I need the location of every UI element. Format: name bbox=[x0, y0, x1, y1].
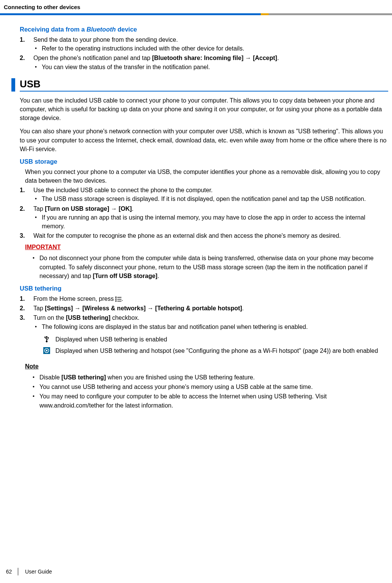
text-fragment: . bbox=[242, 305, 244, 311]
text-fragment: Disable bbox=[39, 374, 61, 381]
svg-point-9 bbox=[46, 340, 48, 342]
bold-label: [Tethering & portable hotspot] bbox=[155, 305, 242, 311]
icon-row-hotspot: Displayed when USB tethering and hotspot… bbox=[43, 346, 388, 356]
usb-storage-heading: USB storage bbox=[20, 158, 388, 165]
note-label: Note bbox=[25, 363, 388, 370]
svg-rect-2 bbox=[115, 299, 116, 300]
svg-rect-4 bbox=[115, 300, 116, 302]
usb-tethering-heading: USB tethering bbox=[20, 285, 388, 292]
page-number: 62 bbox=[0, 568, 18, 575]
svg-rect-5 bbox=[117, 301, 121, 302]
note-bullet: You cannot use USB tethering and access … bbox=[39, 382, 388, 391]
heading-text-post: device bbox=[116, 26, 137, 33]
rule-segment-grey bbox=[269, 13, 392, 15]
sub-bullet: The USB mass storage screen is displayed… bbox=[42, 194, 388, 203]
note-list: Disable [USB tethering] when you are fin… bbox=[20, 373, 388, 410]
heading-text-italic: Bluetooth bbox=[87, 26, 116, 33]
usb-tethering-hotspot-icon bbox=[43, 346, 55, 356]
usb-section-heading-row: USB bbox=[11, 78, 388, 92]
rule-segment-blue bbox=[0, 13, 261, 15]
menu-icon bbox=[115, 297, 121, 302]
step-sublist: If you are running an app that is using … bbox=[33, 213, 388, 231]
bold-label: [OK] bbox=[119, 205, 132, 212]
receiving-bluetooth-heading: Receiving data from a Bluetooth device bbox=[20, 26, 388, 33]
step-number: 1. bbox=[20, 186, 25, 194]
heading-text-pre: Receiving data from a bbox=[20, 26, 87, 33]
text-fragment: checkbox. bbox=[110, 314, 139, 321]
usb-intro-para-1: You can use the included USB cable to co… bbox=[20, 96, 388, 123]
usb-storage-intro: When you connect your phone to a compute… bbox=[20, 167, 388, 185]
arrow: → bbox=[73, 305, 82, 311]
step-sublist: The following icons are displayed in the… bbox=[33, 322, 388, 331]
bold-label: [Accept] bbox=[253, 55, 277, 61]
text-fragment: when you are finished using the USB teth… bbox=[106, 374, 255, 381]
note-bullet: You may need to configure your computer … bbox=[39, 392, 388, 409]
step-number: 1. bbox=[20, 294, 25, 303]
svg-rect-0 bbox=[115, 297, 116, 298]
bold-label: [Turn on USB storage] bbox=[45, 205, 109, 212]
bold-label: [Bluetooth share: Incoming file] bbox=[152, 55, 244, 61]
icon-description: Displayed when USB tethering and hotspot… bbox=[55, 346, 388, 355]
step-text: Tap [Settings] → [Wireless & networks] →… bbox=[33, 305, 244, 311]
page-header: Connecting to other devices bbox=[0, 0, 392, 13]
tethering-icon-table: Displayed when USB tethering is enabled … bbox=[43, 335, 388, 356]
step-number: 3. bbox=[20, 231, 25, 240]
step-2: 2. Tap [Settings] → [Wireless & networks… bbox=[30, 304, 388, 313]
receiving-steps: 1. Send the data to your phone from the … bbox=[20, 35, 388, 71]
sub-bullet: If you are running an app that is using … bbox=[42, 213, 388, 231]
step-text: Turn on the [USB tethering] checkbox. bbox=[33, 314, 140, 321]
note-bullet: Disable [USB tethering] when you are fin… bbox=[39, 373, 388, 382]
bold-label: [Wireless & networks] bbox=[82, 305, 146, 311]
step-3: 3. Wait for the computer to recognise th… bbox=[30, 231, 388, 240]
step-number: 2. bbox=[20, 304, 25, 313]
bold-label: [Turn off USB storage] bbox=[93, 273, 157, 279]
svg-rect-1 bbox=[117, 297, 121, 298]
header-rule bbox=[0, 13, 392, 15]
usb-tethering-icon bbox=[43, 335, 55, 345]
step-number: 2. bbox=[20, 204, 25, 213]
text-fragment: Turn on the bbox=[33, 314, 66, 321]
tethering-steps: 1. From the Home screen, press . 2. Tap … bbox=[20, 294, 388, 331]
svg-point-13 bbox=[46, 350, 47, 351]
sub-bullet: Refer to the operating instructions incl… bbox=[42, 44, 388, 53]
page-footer: 62 User Guide bbox=[0, 568, 52, 575]
step-3: 3. Turn on the [USB tethering] checkbox.… bbox=[30, 313, 388, 331]
arrow: → bbox=[146, 305, 155, 311]
icon-description: Displayed when USB tethering is enabled bbox=[55, 335, 388, 344]
bold-label: [USB tethering] bbox=[66, 314, 110, 321]
step-number: 2. bbox=[20, 54, 25, 62]
step-text: Send the data to your phone from the sen… bbox=[33, 36, 178, 43]
step-2: 2. Tap [Turn on USB storage] → [OK]. If … bbox=[30, 204, 388, 231]
step-2: 2. Open the phone's notification panel a… bbox=[30, 54, 388, 71]
text-fragment: Open the phone's notification panel and … bbox=[33, 55, 152, 61]
rule-segment-orange bbox=[261, 13, 269, 15]
step-1: 1. Send the data to your phone from the … bbox=[30, 35, 388, 53]
text-fragment: Tap bbox=[33, 305, 45, 311]
important-label: IMPORTANT bbox=[25, 244, 388, 251]
important-bullet: Do not disconnect your phone from the co… bbox=[39, 254, 388, 280]
step-sublist: Refer to the operating instructions incl… bbox=[33, 44, 388, 53]
page-content: Receiving data from a Bluetooth device 1… bbox=[0, 26, 392, 410]
step-text: Open the phone's notification panel and … bbox=[33, 55, 279, 61]
step-sublist: You can view the status of the transfer … bbox=[33, 63, 388, 71]
svg-rect-10 bbox=[44, 337, 46, 338]
text-fragment: From the Home screen, press bbox=[33, 295, 115, 302]
arrow: → bbox=[109, 205, 119, 212]
step-number: 3. bbox=[20, 313, 25, 322]
step-sublist: The USB mass storage screen is displayed… bbox=[33, 194, 388, 203]
sub-bullet: You can view the status of the transfer … bbox=[42, 63, 388, 71]
text-fragment: . bbox=[132, 205, 133, 212]
text-fragment: Tap bbox=[33, 205, 45, 212]
step-text: Tap [Turn on USB storage] → [OK]. bbox=[33, 205, 134, 212]
blue-vertical-bar bbox=[11, 78, 15, 92]
sub-bullet: The following icons are displayed in the… bbox=[42, 322, 388, 331]
step-1: 1. From the Home screen, press . bbox=[30, 294, 388, 303]
usb-section-heading: USB bbox=[20, 78, 388, 92]
text-fragment: . bbox=[121, 295, 123, 302]
step-text: Wait for the computer to recognise the p… bbox=[33, 232, 341, 239]
step-text: From the Home screen, press . bbox=[33, 295, 123, 302]
step-1: 1. Use the included USB cable to connect… bbox=[30, 186, 388, 203]
usb-storage-steps: 1. Use the included USB cable to connect… bbox=[20, 186, 388, 240]
text-fragment: Do not disconnect your phone from the co… bbox=[39, 255, 374, 279]
text-fragment: . bbox=[157, 273, 159, 279]
